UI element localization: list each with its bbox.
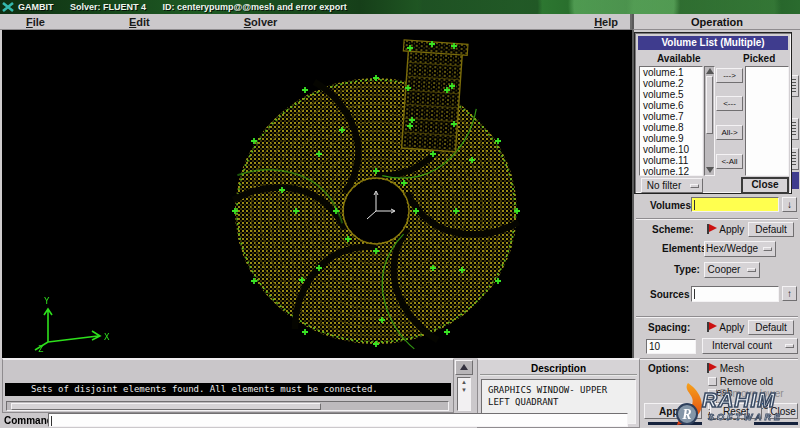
filter-dropdown[interactable]: No filter (641, 178, 703, 193)
picked-list[interactable] (745, 66, 789, 176)
transcript-vscrollbar[interactable]: ▲▼ (457, 377, 471, 411)
sources-input[interactable] (691, 286, 779, 302)
list-item[interactable]: volume.7 (640, 111, 702, 122)
checkbox-icon (708, 377, 717, 386)
graphics-viewport[interactable]: Y X Z (0, 30, 632, 358)
scheme-apply-toggle[interactable]: Apply (706, 224, 744, 235)
option-indicator (690, 184, 699, 188)
available-list[interactable]: volume.1volume.2volume.5volume.6volume.7… (639, 66, 703, 176)
red-flag-checkbox-icon (706, 363, 717, 373)
transcript-hscrollbar[interactable] (6, 401, 449, 411)
window-titlebar[interactable]: GAMBIT Solver: FLUENT 4 ID: centerypump@… (0, 0, 800, 14)
window-title-solver: Solver: FLUENT 4 (70, 2, 146, 12)
menu-help[interactable]: Help (590, 16, 622, 28)
available-header: Available (657, 53, 701, 64)
spacing-value-input[interactable]: 10 (646, 339, 696, 354)
dialog-close-button[interactable]: Close (741, 177, 789, 194)
transcript-window: Sets of disjoint elements found. All ele… (2, 358, 454, 413)
axis-y-label: Y (44, 296, 50, 306)
spacing-default-button[interactable]: Default (748, 320, 794, 335)
option-indicator (747, 268, 756, 272)
impeller-mesh-canvas: Y X Z (2, 30, 632, 358)
window-title-app: GAMBIT (18, 2, 54, 12)
option-mesh-toggle[interactable]: Mesh (706, 363, 744, 374)
panel-groove (754, 422, 798, 425)
move-left-button[interactable]: <--- (716, 96, 743, 111)
list-item[interactable]: volume.12 (640, 166, 702, 176)
elements-label: Elements: (662, 243, 710, 254)
list-item[interactable]: volume.1 (640, 67, 702, 78)
menu-file[interactable]: File (22, 16, 49, 28)
option-indicator (763, 247, 772, 251)
description-header: Description (480, 362, 637, 376)
scheme-default-button[interactable]: Default (748, 222, 794, 237)
spacing-apply-toggle[interactable]: Apply (706, 322, 744, 333)
list-item[interactable]: volume.10 (640, 144, 702, 155)
type-label: Type: (674, 264, 700, 275)
axis-z-label: Z (38, 344, 44, 354)
move-right-button[interactable]: ---> (716, 68, 743, 83)
window-title-id: ID: centerypump@@mesh and error export (163, 2, 347, 12)
sources-label: Sources (650, 289, 689, 300)
volumes-pick-button[interactable]: ↓ (782, 197, 797, 212)
red-flag-checkbox-icon (706, 322, 717, 332)
list-item[interactable]: volume.8 (640, 122, 702, 133)
interval-dropdown[interactable]: Interval count (702, 338, 798, 354)
command-input[interactable] (48, 413, 628, 427)
spacing-label: Spacing: (648, 322, 690, 333)
options-label: Options: (648, 363, 689, 374)
transcript-expand-button[interactable] (455, 360, 473, 375)
separator (636, 316, 798, 318)
checkbox-icon (708, 389, 717, 398)
menu-edit[interactable]: Edit (125, 16, 154, 28)
red-flag-checkbox-icon (706, 224, 717, 234)
sources-pick-button[interactable]: ↑ (782, 286, 797, 301)
list-item[interactable]: volume.6 (640, 100, 702, 111)
volumes-label: Volumes (650, 200, 691, 211)
app-logo-x-icon (2, 1, 14, 13)
dialog-title[interactable]: Volume List (Multiple) (638, 36, 788, 50)
list-item[interactable]: volume.9 (640, 133, 702, 144)
volumes-input[interactable] (691, 197, 779, 212)
form-close-button[interactable]: Close (768, 403, 798, 419)
command-row: Command: (0, 413, 640, 428)
list-item[interactable]: volume.11 (640, 155, 702, 166)
transcript-message: Sets of disjoint elements found. All ele… (5, 383, 451, 396)
list-item[interactable]: volume.2 (640, 78, 702, 89)
scheme-label: Scheme: (652, 224, 694, 235)
all-right-button[interactable]: All-> (716, 125, 743, 140)
all-left-button[interactable]: <-All (716, 154, 743, 169)
available-scrollbar[interactable] (704, 66, 715, 176)
volume-list-dialog: Volume List (Multiple) Available Picked … (634, 32, 792, 194)
gambit-window: GAMBIT Solver: FLUENT 4 ID: centerypump@… (0, 0, 800, 428)
panel-groove (648, 422, 702, 425)
form-apply-button[interactable]: Apply (644, 403, 702, 419)
outlet-duct (397, 40, 468, 152)
type-dropdown[interactable]: Cooper (704, 262, 760, 278)
list-item[interactable]: volume.5 (640, 89, 702, 100)
operation-panel: Volume List (Multiple) Available Picked … (632, 30, 800, 428)
elements-dropdown[interactable]: Hex/Wedge (704, 241, 776, 257)
picked-header: Picked (743, 53, 775, 64)
operation-header: Operation (632, 14, 800, 30)
menu-bar: File Edit Solver Help (0, 14, 632, 30)
form-reset-button[interactable]: Reset (710, 403, 762, 419)
menu-solver[interactable]: Solver (240, 16, 282, 28)
option-indicator (785, 344, 794, 348)
separator (636, 218, 798, 220)
separator (636, 358, 798, 360)
axis-x-label: X (104, 332, 110, 342)
